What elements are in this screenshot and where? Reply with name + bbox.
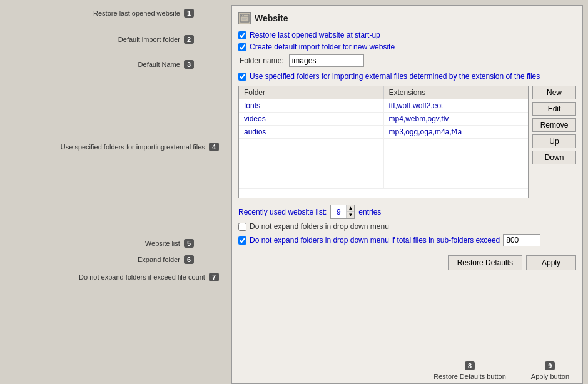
panel-title: Website [238,12,576,24]
use-folders-label[interactable]: Use specified folders for importing exte… [250,72,540,81]
table-header: Folder Extensions [239,86,528,99]
annotation-5-badge: 5 [184,239,194,248]
annotation-3-badge: 3 [184,60,194,69]
row-ext-1: mp4,webm,ogv,flv [384,113,529,125]
row-ext-0: ttf,woff,woff2,eot [384,99,529,112]
row-folder-2: audios [239,126,384,138]
edit-button[interactable]: Edit [532,102,576,116]
restore-last-label[interactable]: Restore last opened website at start-up [250,31,380,39]
annotation-7-badge: 7 [209,273,219,281]
use-folders-row: Use specified folders for importing exte… [238,72,576,81]
table-row-empty [239,139,528,189]
annotations-area: Restore last opened website 1 Default im… [0,0,231,384]
annotation-4: Use specified folders for importing exte… [61,143,219,151]
exceed-value-input[interactable] [503,234,540,246]
annotation-6: Expand folder 6 [138,255,194,264]
empty-cell [384,139,529,188]
restore-last-row: Restore last opened website at start-up [238,31,576,39]
row-folder-1: videos [239,113,384,125]
recently-label-before: Recently used website list: [238,208,327,216]
table-row[interactable]: fonts ttf,woff,woff2,eot [239,99,528,113]
annotation-1: Restore last opened website 1 [93,9,194,18]
bottom-annotations: 8 Restore Defaults button 9 Apply button [0,340,588,384]
annotation-1-badge: 1 [184,9,194,18]
main-container: Restore last opened website 1 Default im… [0,0,588,384]
table-area: Folder Extensions fonts ttf,woff,woff2,e… [238,86,576,198]
do-not-expand-row: Do not expand folders in drop down menu [238,222,576,231]
bottom-annotation-9: 9 Apply button [531,361,569,380]
use-folders-checkbox[interactable] [238,73,246,81]
restore-last-checkbox[interactable] [238,31,246,39]
right-panel: Website Restore last opened website at s… [231,0,588,384]
up-button[interactable]: Up [532,134,576,148]
annotation-2-badge: 2 [184,35,194,44]
row-ext-2: mp3,ogg,oga,m4a,f4a [384,126,529,138]
do-not-expand-checkbox[interactable] [238,223,246,231]
panel-title-text: Website [255,13,288,23]
recently-used-spinner[interactable]: 9 ▲ ▼ [330,205,355,219]
create-default-row: Create default import folder for new web… [238,43,576,51]
empty-cell [239,139,384,188]
annotation-7: Do not expand folders if exceed file cou… [79,273,219,281]
do-not-expand-exceed-row: Do not expand folders in drop down menu … [238,234,576,246]
annotation-1-label: Restore last opened website [93,9,180,17]
bottom-ann-label-9: Apply button [531,373,569,380]
annotation-4-badge: 4 [209,143,219,151]
website-panel: Website Restore last opened website at s… [231,5,583,384]
folder-name-input[interactable] [289,54,364,67]
recently-used-row: Recently used website list: 9 ▲ ▼ entrie… [238,205,576,219]
bottom-annotation-8: 8 Restore Defaults button [433,361,506,380]
col-extensions: Extensions [384,86,529,99]
annotation-7-label: Do not expand folders if exceed file cou… [79,273,205,281]
folder-name-label: Folder name: [240,56,284,65]
do-not-expand-label[interactable]: Do not expand folders in drop down menu [250,222,389,231]
recently-label-after: entries [358,208,381,216]
folder-table: Folder Extensions fonts ttf,woff,woff2,e… [238,86,529,198]
do-not-expand-exceed-label[interactable]: Do not expand folders in drop down menu … [250,236,500,245]
table-row[interactable]: audios mp3,ogg,oga,m4a,f4a [239,126,528,139]
annotation-6-badge: 6 [184,255,194,264]
annotation-2: Default import folder 2 [118,35,194,44]
down-button[interactable]: Down [532,151,576,164]
annotation-3-label: Default Name [138,61,180,68]
svg-point-2 [241,15,243,16]
website-icon [238,12,251,24]
col-folder: Folder [239,86,384,99]
table-body: fonts ttf,woff,woff2,eot videos mp4,webm… [239,99,528,189]
svg-point-3 [243,15,244,16]
badge-9: 9 [545,361,555,370]
annotation-5: Website list 5 [145,239,194,248]
footer-buttons: Restore Defaults Apply [238,251,576,270]
new-button[interactable]: New [532,86,576,99]
restore-defaults-button[interactable]: Restore Defaults [448,255,522,270]
annotation-2-label: Default import folder [118,36,180,43]
annotation-4-label: Use specified folders for importing exte… [61,143,205,151]
spin-down[interactable]: ▼ [347,212,354,218]
badge-8: 8 [465,361,475,370]
remove-button[interactable]: Remove [532,118,576,132]
annotation-3: Default Name 3 [138,60,194,69]
row-folder-0: fonts [239,99,384,112]
bottom-ann-label-8: Restore Defaults button [433,373,506,380]
spinner-arrows[interactable]: ▲ ▼ [346,205,354,218]
folder-name-row: Folder name: [238,54,576,67]
table-row[interactable]: videos mp4,webm,ogv,flv [239,113,528,126]
spinner-value: 9 [331,207,346,217]
apply-button[interactable]: Apply [526,255,576,270]
spin-up[interactable]: ▲ [347,205,354,212]
create-default-label[interactable]: Create default import folder for new web… [250,43,395,51]
table-buttons: New Edit Remove Up Down [532,86,576,198]
annotation-5-label: Website list [145,240,180,247]
do-not-expand-exceed-checkbox[interactable] [238,236,246,245]
create-default-checkbox[interactable] [238,43,246,51]
bottom-section: Recently used website list: 9 ▲ ▼ entrie… [238,198,576,274]
annotation-6-label: Expand folder [138,256,180,263]
